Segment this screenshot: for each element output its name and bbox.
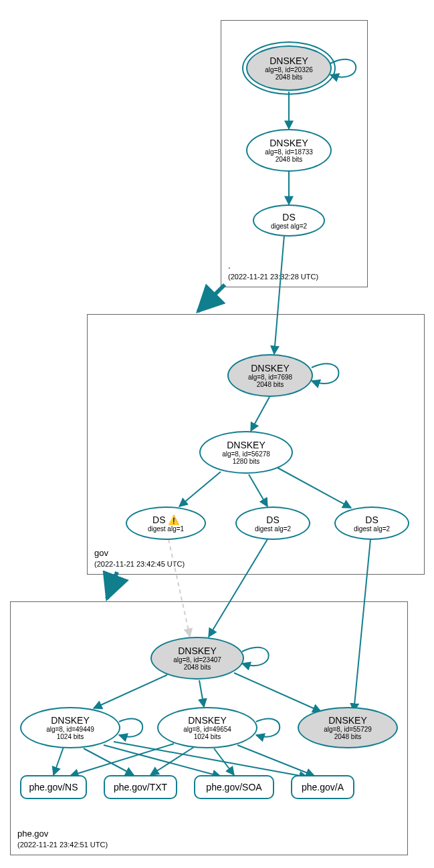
root-ds-l1: digest alg=2 <box>271 223 307 230</box>
edge-rootksk-self <box>330 59 356 78</box>
gov-ds1-l1: digest alg=1 <box>148 525 184 533</box>
node-root-zsk: DNSKEY alg=8, id=18733 2048 bits <box>246 129 332 172</box>
rr-ns-title: phe.gov/NS <box>29 782 78 792</box>
edge-ds2-pheksk <box>209 539 267 637</box>
node-rr-a: phe.gov/A <box>291 775 354 799</box>
root-zsk-l2: 2048 bits <box>276 156 303 163</box>
edge-govzsk-ds2 <box>249 474 267 507</box>
edge-zsk1-ns <box>53 747 64 775</box>
node-rr-txt: phe.gov/TXT <box>104 775 177 799</box>
phe-zsk2-l1: alg=8, id=49654 <box>183 726 231 733</box>
root-ksk-l2: 2048 bits <box>276 74 303 81</box>
phe-zsk1-title: DNSKEY <box>51 715 90 726</box>
phe-zsk1-l1: alg=8, id=49449 <box>46 726 94 733</box>
node-gov-ds2: DS digest alg=2 <box>235 507 310 540</box>
phe-extra-l2: 2048 bits <box>334 733 362 740</box>
node-gov-zsk: DNSKEY alg=8, id=56278 1280 bits <box>199 431 293 474</box>
gov-ds3-l1: digest alg=2 <box>354 525 390 533</box>
edge-pheksk-self <box>242 647 269 666</box>
root-ds-title: DS <box>282 212 295 223</box>
edge-rootds-govksk <box>274 235 284 354</box>
phe-ksk-l1: alg=8, id=23407 <box>173 656 221 664</box>
phe-zsk2-l2: 1024 bits <box>194 733 221 740</box>
gov-zsk-l2: 1280 bits <box>233 458 260 465</box>
gov-ksk-l2: 2048 bits <box>257 381 284 388</box>
edge-govksk-self <box>312 364 339 384</box>
node-phe-zsk1: DNSKEY alg=8, id=49449 1024 bits <box>20 707 120 748</box>
edge-zsk1-self <box>119 719 142 737</box>
node-rr-soa: phe.gov/SOA <box>194 775 274 799</box>
rr-a-title: phe.gov/A <box>302 782 344 792</box>
node-phe-extra: DNSKEY alg=8, id=55729 2048 bits <box>298 707 398 748</box>
root-zsk-l1: alg=8, id=18733 <box>265 148 313 156</box>
node-gov-ds1: DS ⚠️ digest alg=1 <box>126 507 206 540</box>
edge-ds1-pheksk-dashed <box>169 539 190 637</box>
node-rr-ns: phe.gov/NS <box>20 775 87 799</box>
edge-ds3-pheextra <box>354 539 370 712</box>
node-gov-ksk: DNSKEY alg=8, id=7698 2048 bits <box>227 354 313 397</box>
phe-extra-title: DNSKEY <box>328 715 367 726</box>
edge-govzsk-ds1 <box>179 472 221 507</box>
diagram-canvas: . (2022-11-21 23:32:28 UTC) gov (2022-11… <box>0 0 434 868</box>
gov-ds3-title: DS <box>365 515 378 525</box>
gov-zsk-title: DNSKEY <box>227 440 265 450</box>
phe-zsk2-title: DNSKEY <box>188 715 227 726</box>
edge-zsk2-txt <box>150 747 194 775</box>
edge-zone-gov-phe <box>107 572 117 599</box>
node-root-ksk: DNSKEY alg=8, id=20326 2048 bits <box>246 45 332 91</box>
node-phe-ksk: DNSKEY alg=8, id=23407 2048 bits <box>150 637 244 680</box>
edge-zsk2-self <box>256 719 280 737</box>
edge-pheksk-zsk2 <box>199 680 204 707</box>
edge-zone-root-gov <box>198 285 225 311</box>
root-zsk-title: DNSKEY <box>269 138 308 148</box>
edge-zsk1-txt <box>84 748 134 775</box>
gov-ds2-title: DS <box>266 515 279 525</box>
edge-zsk2-soa <box>214 748 234 775</box>
edge-pheksk-extra <box>234 673 321 712</box>
root-ksk-l1: alg=8, id=20326 <box>265 66 313 74</box>
node-phe-zsk2: DNSKEY alg=8, id=49654 1024 bits <box>157 707 257 748</box>
edge-pheksk-zsk1 <box>94 675 167 708</box>
rr-txt-title: phe.gov/TXT <box>114 782 167 792</box>
phe-ksk-title: DNSKEY <box>178 645 217 656</box>
gov-zsk-l1: alg=8, id=56278 <box>222 450 270 458</box>
gov-ksk-title: DNSKEY <box>251 363 290 374</box>
gov-ksk-l1: alg=8, id=7698 <box>248 374 292 381</box>
phe-zsk1-l2: 1024 bits <box>57 733 84 740</box>
root-ksk-title: DNSKEY <box>269 55 308 66</box>
phe-extra-l1: alg=8, id=55729 <box>324 726 372 733</box>
warning-icon: ⚠️ <box>168 515 179 525</box>
node-root-ds: DS digest alg=2 <box>253 204 325 237</box>
edge-govzsk-ds3 <box>278 468 351 508</box>
rr-soa-title: phe.gov/SOA <box>206 782 261 792</box>
gov-ds2-l1: digest alg=2 <box>255 525 291 533</box>
gov-ds1-title: DS <box>152 515 165 525</box>
edge-zsk1-soa <box>104 745 221 776</box>
edge-govksk-govzsk <box>251 397 269 431</box>
node-gov-ds3: DS digest alg=2 <box>334 507 409 540</box>
phe-ksk-l2: 2048 bits <box>184 664 211 671</box>
